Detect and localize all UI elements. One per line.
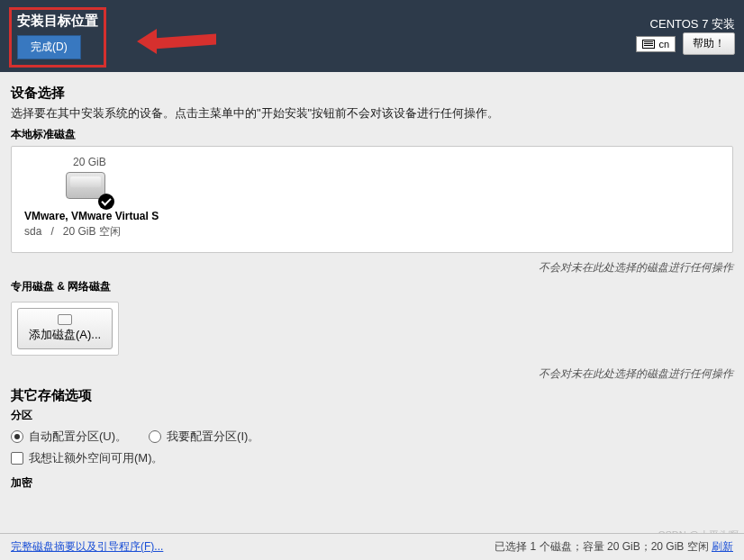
add-disk-label: 添加磁盘(A)... [29, 328, 101, 341]
radio-icon [149, 430, 161, 443]
checkmark-icon [98, 194, 114, 210]
disk-sep: / [50, 225, 53, 238]
local-disks-panel: 20 GiB VMware, VMware Virtual S sda / 20… [11, 146, 733, 253]
local-disks-hint: 不会对未在此处选择的磁盘进行任何操作 [11, 260, 733, 275]
done-button[interactable]: 完成(D) [17, 35, 81, 59]
help-button[interactable]: 帮助！ [683, 32, 735, 55]
disk-icon-wrap [66, 172, 109, 204]
installer-title: CENTOS 7 安装 [636, 16, 735, 32]
auto-partition-radio[interactable]: 自动配置分区(U)。 [11, 429, 127, 445]
local-disks-label: 本地标准磁盘 [11, 127, 733, 142]
encryption-label: 加密 [11, 475, 733, 491]
header-bar: 安装目标位置 完成(D) CENTOS 7 安装 cn 帮助！ [0, 0, 744, 72]
special-disks-hint: 不会对未在此处选择的磁盘进行任何操作 [11, 366, 733, 382]
auto-partition-label: 自动配置分区(U)。 [29, 429, 127, 445]
annotation-arrow [153, 36, 216, 47]
harddrive-icon [66, 172, 105, 199]
content-area: 设备选择 选择要在其中安装系统的设备。点击主菜单中的"开始安装"按钮前不会对该设… [0, 72, 744, 501]
disk-name: VMware, VMware Virtual S [24, 210, 159, 222]
other-storage-title: 其它存储选项 [11, 387, 733, 404]
disk-free: 20 GiB 空闲 [63, 225, 121, 238]
header-right: CENTOS 7 安装 cn 帮助！ [636, 16, 735, 55]
selection-status: 已选择 1 个磁盘；容量 20 GiB；20 GiB 空闲 刷新 [494, 539, 733, 555]
device-selection-desc: 选择要在其中安装系统的设备。点击主菜单中的"开始安装"按钮前不会对该设备进行任何… [11, 105, 733, 122]
bottom-bar: 完整磁盘摘要以及引导程序(F)... 已选择 1 个磁盘；容量 20 GiB；2… [0, 533, 744, 560]
partition-radio-row: 自动配置分区(U)。 我要配置分区(I)。 [11, 429, 733, 445]
status-text: 已选择 1 个磁盘；容量 20 GiB；20 GiB 空闲 [494, 540, 712, 553]
keyboard-layout-label: cn [658, 39, 669, 50]
disk-subinfo: sda / 20 GiB 空闲 [24, 224, 159, 239]
extra-space-checkbox[interactable]: 我想让额外空间可用(M)。 [11, 450, 733, 466]
refresh-link[interactable]: 刷新 [712, 540, 733, 553]
disk-summary-link[interactable]: 完整磁盘摘要以及引导程序(F)... [11, 539, 163, 555]
disk-device: sda [24, 225, 41, 238]
special-disks-panel: 添加磁盘(A)... [11, 302, 119, 356]
keyboard-icon [642, 40, 655, 49]
device-selection-title: 设备选择 [11, 85, 733, 102]
disk-item[interactable]: 20 GiB VMware, VMware Virtual S sda / 20… [24, 156, 159, 239]
radio-icon [11, 430, 23, 443]
extra-space-label: 我想让额外空间可用(M)。 [29, 450, 164, 466]
partition-label: 分区 [11, 408, 733, 423]
disk-size: 20 GiB [73, 156, 159, 168]
page-title: 安装目标位置 [17, 13, 98, 30]
add-disk-button[interactable]: 添加磁盘(A)... [17, 308, 113, 349]
disk-add-icon [58, 314, 72, 325]
special-disks-label: 专用磁盘 & 网络磁盘 [11, 279, 733, 294]
checkbox-icon [11, 452, 23, 465]
manual-partition-radio[interactable]: 我要配置分区(I)。 [149, 429, 259, 445]
keyboard-layout-indicator[interactable]: cn [636, 36, 676, 52]
annotation-highlight-box: 安装目标位置 完成(D) [9, 7, 106, 68]
manual-partition-label: 我要配置分区(I)。 [167, 429, 259, 445]
